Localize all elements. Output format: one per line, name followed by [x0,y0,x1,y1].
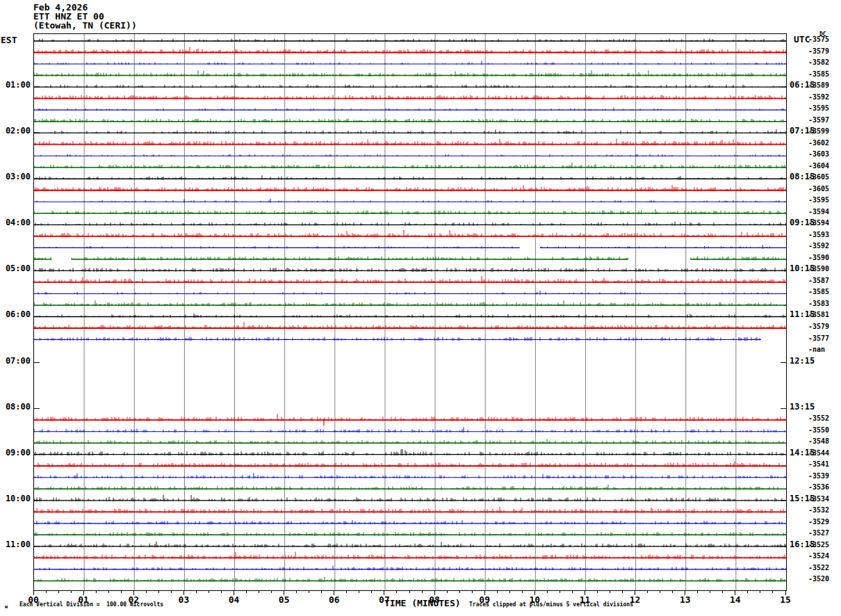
dc-offset-value: -3536 [808,484,840,491]
dc-offset-value: -3520 [808,576,840,583]
station-location: (Etowah, TN (CERI)) [33,21,137,30]
x-axis-minor-tick [760,590,760,593]
x-axis-minor-tick [371,590,372,593]
helicorder-screen: Feb 4,2026 ETT HNZ ET 00 (Etowah, TN (CE… [0,0,841,616]
dc-offset-value: -3595 [808,105,840,112]
dc-offset-value: -3587 [808,277,840,284]
x-axis-tick-label: 05 [275,595,294,604]
trace-noise [34,108,783,111]
dc-offset-value: -3603 [808,151,840,158]
dc-offset-value: -3575 [808,36,840,43]
trace-noise [34,39,785,42]
corner-glyph: м [5,605,8,610]
x-axis-minor-tick [221,590,222,593]
x-axis-minor-tick [509,590,510,593]
dc-offset-value: -3539 [808,473,840,480]
vertical-scale-note: Each Vertical Division = 100.00 microvol… [19,602,163,608]
x-axis-minor-tick [121,590,122,593]
left-time-label: 11:00 [0,540,31,549]
x-axis-minor-tick [447,590,448,593]
dc-offset-value: -3529 [808,519,840,526]
left-time-label: 09:00 [0,448,31,457]
right-time-label: 12:15 [790,357,827,366]
x-axis-minor-tick [597,590,598,593]
dc-offset-value: -3593 [808,232,840,238]
dc-offset-value: -3590 [808,254,840,261]
left-time-label: 07:00 [0,357,31,366]
trace-noise [41,154,783,157]
x-axis-minor-tick [672,590,673,593]
dc-offset-value: -3552 [808,415,840,422]
dc-offset-value: -3604 [808,163,840,170]
seismic-traces [34,34,786,590]
x-axis-minor-tick [459,590,460,593]
right-time-label: 10:15 [790,264,827,273]
dc-offset-value: -3527 [808,530,840,537]
x-axis-tick-label: 15 [776,595,795,604]
x-axis-tick-label: 04 [224,595,244,604]
right-time-label: 16:15 [790,540,827,549]
x-axis-minor-tick [171,590,172,593]
dc-offset-value: -3524 [808,553,840,560]
dc-offset-value: -3592 [808,94,840,101]
x-axis-minor-tick [196,590,197,593]
trace-noise [34,230,785,238]
x-axis-tick-label: 03 [174,595,193,604]
dc-offset-value: -3592 [808,243,840,250]
x-axis-minor-tick [146,590,147,593]
est-timezone-label: EST [1,35,17,44]
dc-offset-value: -3602 [808,140,840,147]
dc-offset-value: -3541 [808,461,840,468]
x-axis-minor-tick [46,590,47,593]
x-axis-minor-tick [108,590,109,593]
dc-offset-value: -3532 [808,507,840,514]
right-time-label: 14:15 [790,448,827,457]
dc-offset-value: -3522 [808,565,840,572]
dc-offset-value: -nan [808,346,840,353]
dc-offset-value: -3597 [808,117,840,124]
x-axis-minor-tick [271,590,272,593]
x-axis-minor-tick [560,590,560,593]
x-axis-minor-tick [697,590,698,593]
clip-note: Traces clipped at plus/minus 5 vertical … [469,602,633,608]
right-time-label: 09:15 [790,218,827,227]
left-time-label: 04:00 [0,218,31,227]
x-axis-minor-tick [497,590,498,593]
dc-offset-value: -3585 [808,289,840,295]
x-axis-minor-tick [747,590,748,593]
left-time-label: 02:00 [0,127,31,136]
right-time-label: 07:15 [790,127,827,136]
trace-noise [37,85,786,88]
utc-timezone-label: UTC [794,35,810,44]
right-time-label: 06:15 [790,81,827,90]
x-axis-tick-label: 06 [325,595,344,604]
left-time-label: 03:00 [0,172,31,181]
x-axis-minor-tick [610,590,610,593]
x-axis-minor-tick [259,590,259,593]
dc-offset-value: -3548 [808,438,840,445]
x-axis-minor-tick [346,590,347,593]
x-axis-minor-tick [71,590,72,593]
time-axis-label: TIME (MINUTES) [384,599,461,608]
x-axis-minor-tick [647,590,648,593]
x-axis-minor-tick [772,590,773,593]
x-axis-tick-label: 14 [726,595,745,604]
trace-noise [35,246,512,249]
x-axis-minor-tick [472,590,473,593]
x-axis-minor-tick [522,590,523,593]
x-axis-minor-tick [209,590,209,593]
left-time-label: 05:00 [0,264,31,273]
left-time-label: 01:00 [0,81,31,90]
dc-offset-value: -3594 [808,209,840,216]
right-time-label: 11:15 [790,310,827,319]
dc-offset-value: -3579 [808,323,840,330]
trace-noise [34,337,760,341]
dc-offset-value: -3550 [808,427,840,434]
dc-offset-value: -3595 [808,197,840,204]
x-axis-minor-tick [321,590,322,593]
x-axis-minor-tick [309,590,309,593]
x-axis-minor-tick [547,590,548,593]
x-axis-minor-tick [58,590,59,593]
trace-noise [541,245,778,249]
left-time-label: 08:00 [0,403,31,412]
